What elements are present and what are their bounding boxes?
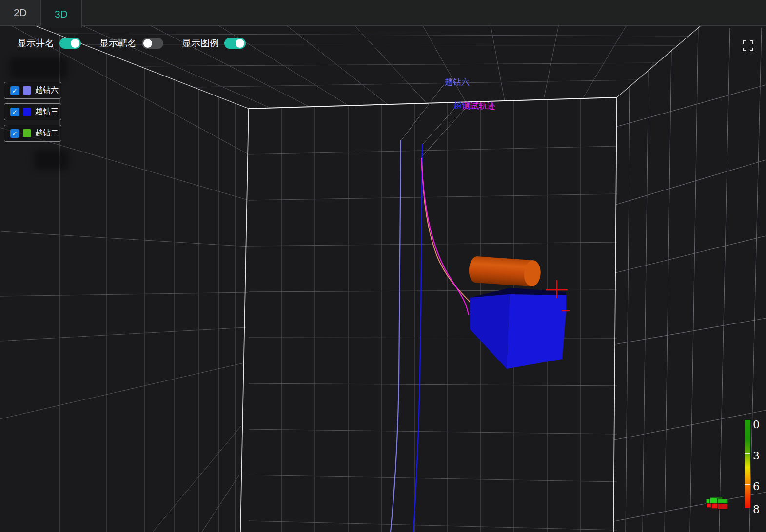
scene-3d-viewport[interactable]: 趟钻六 趟钻三 测试轨迹 0 3 6 8 [0,0,766,532]
toggle-show-well-names-label: 显示井名 [17,37,54,50]
display-options-toolbar: 显示井名 显示靶名 显示图例 [17,37,246,50]
legend-item-label: 趟钻三 [35,107,59,117]
legend-item-label: 趟钻二 [35,128,59,138]
tab-3d[interactable]: 3D [41,0,82,28]
well6-color-swatch [23,86,31,95]
label-well6: 趟钻六 [445,77,470,87]
toggle-show-legend-label: 显示图例 [182,37,219,50]
legend-item-label: 趟钻六 [35,85,59,95]
switch-knob [143,39,152,48]
trajectory-well6 [391,140,401,532]
toggle-show-legend-switch[interactable] [224,38,246,49]
legend-checkbox[interactable]: ✓ [10,108,19,116]
toggle-show-target-names: 显示靶名 [99,37,163,50]
toggle-show-well-names: 显示井名 [17,37,81,50]
legend-item-well3[interactable]: ✓ 趟钻三 [4,103,61,120]
smudge-patch [34,150,68,170]
target-cylinder [468,256,541,287]
well2-color-swatch [23,129,31,137]
colorbar-label-0: 0 [753,418,760,431]
fullscreen-button[interactable] [742,40,754,52]
tab-3d-label: 3D [55,8,68,20]
legend-item-well6[interactable]: ✓ 趟钻六 [4,82,61,99]
trajectory-well3 [413,144,422,532]
toggle-show-legend: 显示图例 [182,37,246,50]
depth-colorbar: 0 3 6 8 [745,418,760,515]
switch-knob [236,39,244,48]
switch-knob [71,39,79,48]
label-tie-lines [401,85,470,157]
tab-2d-label: 2D [14,7,27,19]
legend-checkbox[interactable]: ✓ [10,86,19,95]
colorbar-label-8: 8 [753,503,760,515]
wireframe-grid [0,19,766,532]
legend-item-well2[interactable]: ✓ 趟钻二 [4,125,61,142]
view-tab-bar: 2D 3D [0,0,766,26]
colorbar-label-6: 6 [753,480,760,493]
legend-checkbox[interactable]: ✓ [10,129,19,138]
well-trajectories [391,140,474,532]
label-test-track: 测试轨迹 [462,101,495,111]
fullscreen-icon [742,40,754,52]
toggle-show-target-names-label: 显示靶名 [99,37,137,50]
colorbar-label-3: 3 [753,450,760,462]
well3-color-swatch [23,108,31,116]
well2-marker [706,497,728,509]
colorbar-tick-6 [745,484,750,485]
toggle-show-target-names-switch[interactable] [142,38,163,49]
smudge-patch [10,57,67,78]
colorbar-tick-3 [745,453,750,454]
target-box [470,288,566,369]
toggle-show-well-names-switch[interactable] [59,38,81,49]
trajectory-test [421,158,469,315]
well-legend: ✓ 趟钻六 ✓ 趟钻三 ✓ 趟钻二 [4,82,61,146]
tab-2d[interactable]: 2D [0,0,41,25]
